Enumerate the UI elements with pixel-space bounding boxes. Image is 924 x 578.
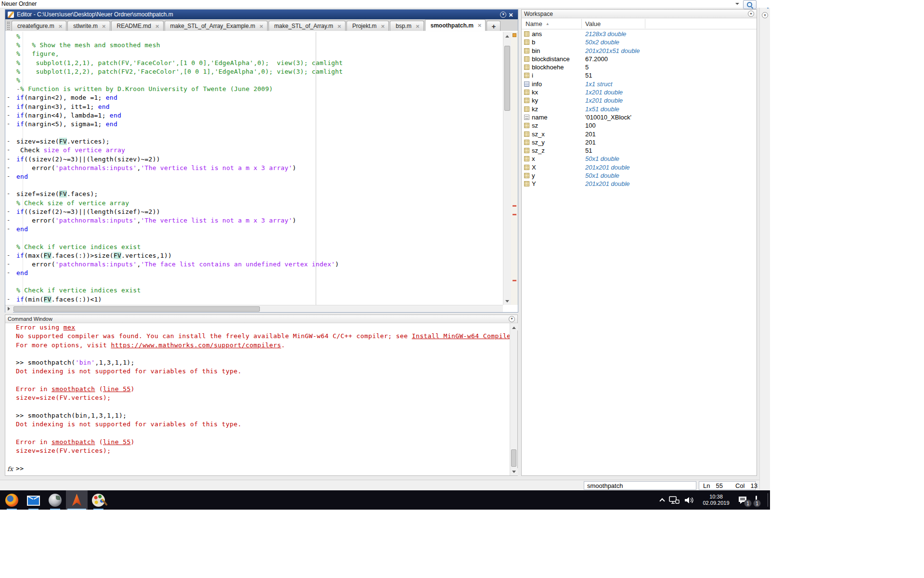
code-line[interactable]: % Check if vertice indices exist [16,286,502,295]
workspace-row-i[interactable]: i51 [522,71,757,79]
editor-tab-smoothpatch.m[interactable]: smoothpatch.m× [425,19,486,31]
code-line[interactable]: end [16,172,502,181]
column-header-name[interactable]: Name▲ [526,20,550,27]
command-prompt[interactable]: fx>> [16,464,510,473]
editor-tab-stlwrite.m[interactable]: stlwrite.m× [67,21,110,31]
matlab-taskbar-button[interactable] [66,490,88,510]
volume-icon[interactable] [684,496,694,504]
editor-tab-README.md[interactable]: README.md× [111,21,164,31]
editor-tab-make_STL_of_Array_Example.m[interactable]: make_STL_of_Array_Example.m× [165,21,268,31]
workspace-row-kx[interactable]: kx1x201 double [522,88,757,96]
workspace-row-blockhoehe[interactable]: blockhoehe5 [522,63,757,71]
code-line[interactable] [16,277,502,286]
toolbar-overflow-icon[interactable] [735,3,739,7]
command-window-scrollbar[interactable] [510,323,517,475]
fx-icon[interactable]: fx [7,465,13,473]
editor-tab-Projekt.m[interactable]: Projekt.m× [346,21,389,31]
command-window-output[interactable]: Error using mexNo supported compiler was… [5,323,510,475]
editor-titlebar[interactable]: Editor - C:\Users\user\Desktop\Neuer Ord… [5,10,518,19]
scroll-down-icon[interactable] [510,468,518,475]
tab-close-icon[interactable]: × [381,23,385,29]
tab-close-icon[interactable]: × [337,23,341,29]
firefox-taskbar-button[interactable] [1,490,23,510]
code-line[interactable]: if(nargin<5), sigma=1; end [16,120,502,129]
workspace-row-x[interactable]: x50x1 double [522,155,757,163]
workspace-row-bin[interactable]: bin201x201x51 double [522,47,757,55]
workspace-row-ky[interactable]: ky1x201 double [522,96,757,105]
code-line[interactable]: % % Show the mesh and smoothed mesh [16,41,502,50]
error-marker[interactable] [513,280,516,281]
tab-close-icon[interactable]: × [59,23,63,29]
code-line[interactable]: if((sizev(2)~=3)||(length(sizev)~=2)) [16,155,502,164]
panel-menu-icon[interactable]: ▾ [762,12,768,18]
editor-menu-icon[interactable]: ▾ [500,12,506,18]
tab-close-icon[interactable]: × [155,23,159,29]
command-window-scroll-thumb[interactable] [511,449,516,467]
code-line[interactable]: % Check size of vertice array [16,199,502,208]
new-tab-button[interactable]: + [487,21,500,31]
editor-vscroll-thumb[interactable] [504,46,510,111]
code-line[interactable]: % Check if vertice indices exist [16,243,502,251]
editor-horizontal-scrollbar[interactable] [5,305,503,312]
code-line[interactable]: % subplot(1,2,1), patch(FV,'FaceColor',[… [16,59,502,67]
code-line[interactable]: -% Function is written by D.Kroon Univer… [16,85,502,93]
workspace-row-name[interactable]: name'010010_XBlock' [522,113,757,121]
workspace-row-Y[interactable]: Y201x201 double [522,180,757,188]
code-line[interactable]: if((sizef(2)~=3)||(length(sizef)~=2)) [16,208,502,216]
editor-close-icon[interactable]: × [509,11,513,18]
workspace-row-kz[interactable]: kz1x51 double [522,105,757,113]
workspace-row-sz[interactable]: sz100 [522,121,757,130]
tray-chevron-up-icon[interactable] [659,498,665,503]
taskbar-clock[interactable]: 10:38 02.09.2019 [699,494,733,506]
notification-center-icon[interactable]: 1 [738,496,748,504]
column-divider[interactable] [645,19,645,28]
column-divider[interactable] [581,19,582,28]
scroll-down-icon[interactable] [503,298,511,305]
tab-close-icon[interactable]: × [102,23,106,29]
code-line[interactable]: error('patchnormals:inputs','The face li… [16,260,502,269]
code-line[interactable]: if(nargin<2), mode =1; end [16,93,502,102]
code-lines[interactable]: %% % Show the mesh and smoothed mesh% fi… [16,32,502,304]
tab-close-icon[interactable]: × [478,22,482,28]
message-summary-icon[interactable] [513,33,516,37]
error-marker[interactable] [513,214,516,215]
code-line[interactable]: end [16,269,502,277]
current-function-field[interactable]: smoothpatch [584,481,696,490]
code-line[interactable]: Check size of vertice array [16,146,502,155]
editor-tab-bsp.m[interactable]: bsp.m× [390,21,424,31]
workspace-row-sz_y[interactable]: sz_y201 [522,138,757,146]
code-line[interactable]: if(nargin<3), itt=1; end [16,103,502,111]
code-line[interactable]: end [16,225,502,234]
code-line[interactable] [16,234,502,242]
paint-taskbar-button[interactable] [88,490,109,510]
show-desktop-divider[interactable] [768,493,768,507]
code-line[interactable]: % [16,32,502,41]
code-line[interactable]: error('patchnormals:inputs','The vertice… [16,216,502,225]
workspace-row-sz_x[interactable]: sz_x201 [522,130,757,138]
workspace-row-b[interactable]: b50x2 double [522,38,757,46]
editor-message-bar[interactable] [511,32,518,305]
column-header-value[interactable]: Value [585,20,601,27]
viewer-taskbar-button[interactable] [44,490,66,510]
pen-icon[interactable]: 1 [756,496,757,504]
workspace-row-blockdistance[interactable]: blockdistance67.2000 [522,55,757,63]
command-window-header[interactable]: Command Window ▾ [5,315,517,323]
code-editor-area[interactable]: ----------------- %% % Show the mesh and… [5,32,518,305]
editor-tab-make_STL_of_Array.m[interactable]: make_STL_of_Array.m× [269,21,346,31]
error-marker[interactable] [513,205,516,207]
code-line[interactable] [16,181,502,190]
code-line[interactable]: error('patchnormals:inputs','The vertice… [16,164,502,172]
code-line[interactable]: if(min(FV.faces(:))<1) [16,295,502,304]
code-line[interactable]: sizev=size(FV.vertices); [16,137,502,146]
workspace-row-info[interactable]: info1x1 struct [522,80,757,88]
tab-close-icon[interactable]: × [259,23,263,29]
search-button[interactable] [743,0,757,9]
scroll-right-icon[interactable] [5,305,13,313]
workspace-row-ans[interactable]: ans2128x3 double [522,30,757,38]
network-icon[interactable] [669,496,680,504]
workspace-menu-icon[interactable]: ▾ [748,11,754,17]
scroll-up-icon[interactable] [503,32,511,39]
scroll-up-icon[interactable] [510,323,518,330]
editor-hscroll-thumb[interactable] [13,306,260,312]
code-line[interactable]: if(max(FV.faces(:))>size(FV.vertices,1)) [16,251,502,260]
